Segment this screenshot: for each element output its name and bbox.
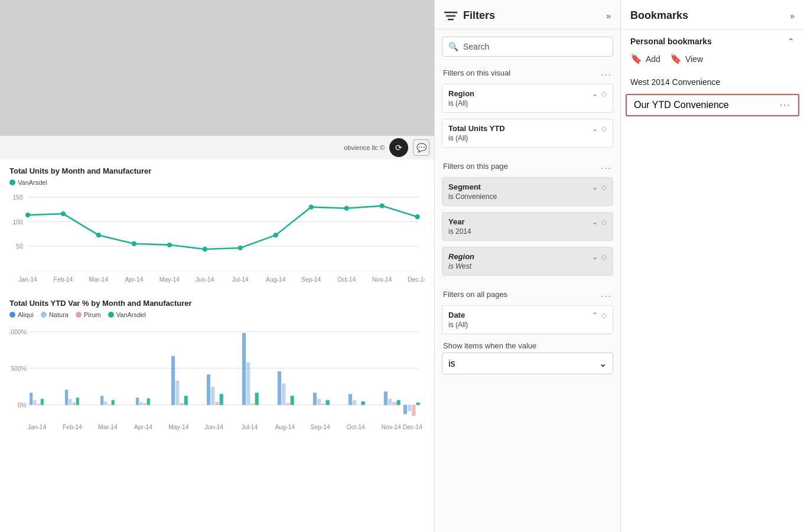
date-filter-title: Date [448,311,465,319]
svg-rect-63 [250,404,254,405]
svg-rect-65 [278,371,281,405]
search-box[interactable]: 🔍 [442,37,613,57]
svg-text:150: 150 [13,194,23,201]
svg-rect-58 [211,387,214,405]
svg-rect-74 [353,400,356,405]
view-bookmark-button[interactable]: 🔖 View [670,53,703,64]
svg-point-15 [309,205,314,210]
legend-aliqui: Aliqui [9,311,34,318]
svg-text:Jun-14: Jun-14 [196,276,214,283]
svg-text:Jul-14: Jul-14 [241,424,258,430]
svg-text:1000%: 1000% [9,329,27,335]
filters-label: Filters [463,9,495,22]
year-filter-clear[interactable]: ◇ [601,218,607,226]
svg-rect-47 [108,404,110,405]
svg-text:Jul-14: Jul-14 [232,276,249,283]
year-filter-header: Year ⌄ ◇ [448,217,607,226]
svg-rect-56 [184,396,188,405]
total-units-ytd-clear[interactable]: ◇ [601,125,607,133]
chart2-section: Total Units YTD Var % by Month and Manuf… [9,299,425,438]
svg-rect-49 [136,397,139,404]
chart-panel: obvience llc © ⟳ 💬 Total Units by Month … [0,0,434,532]
chart2-svg: 1000% 500% 0% [9,323,425,438]
chart1-title: Total Units by Month and Manufacturer [9,167,425,175]
svg-text:100: 100 [13,219,23,226]
filters-collapse-arrow[interactable]: » [606,11,611,21]
personal-bookmarks-header: Personal bookmarks ⌃ [621,30,804,51]
bookmark-west-2014-label: West 2014 Convenience [630,77,720,87]
region-page-filter-card: Region ⌄ ◇ is West [442,247,613,276]
svg-rect-71 [321,404,325,405]
filters-all-pages-dots[interactable]: ... [601,289,612,299]
brand-icon[interactable]: ⟳ [389,138,408,157]
date-filter-actions: ⌃ ◇ [592,311,607,319]
region-filter-title: Region [448,89,474,98]
bookmark-west-2014[interactable]: West 2014 Convenience [621,71,804,93]
year-filter-title: Year [448,217,464,226]
bookmark-our-ytd-more[interactable]: ··· [780,100,791,110]
chart1-svg: 150 100 50 [9,188,425,292]
add-bookmark-label: Add [646,54,660,64]
svg-point-17 [379,203,384,208]
svg-text:Jan-14: Jan-14 [18,276,37,283]
legend-dot-aliqui [9,312,15,318]
bookmarks-title: Bookmarks [630,9,688,22]
total-units-ytd-chevron[interactable]: ⌄ [592,125,598,133]
segment-filter-clear[interactable]: ◇ [601,183,607,191]
filters-all-pages-label: Filters on all pages [443,290,507,299]
year-filter-actions: ⌄ ◇ [592,218,607,226]
svg-rect-48 [112,400,115,405]
filters-on-page-dots[interactable]: ... [601,161,612,171]
region-filter-value: is (All) [448,99,607,107]
chart1-container: 150 100 50 [9,188,425,292]
total-units-ytd-filter-card: Total Units YTD ⌄ ◇ is (All) [442,119,613,148]
date-filter-card: Date ⌃ ◇ is (All) [442,305,613,334]
svg-text:Oct-14: Oct-14 [347,424,365,430]
region-filter-clear[interactable]: ◇ [601,90,607,98]
legend-label-pirum: Pirum [84,311,101,318]
total-units-ytd-actions: ⌄ ◇ [592,125,607,133]
svg-text:Sep-14: Sep-14 [311,424,331,430]
legend-dot-natura [41,312,47,318]
year-filter-chevron[interactable]: ⌄ [592,218,598,226]
region-filter-chevron[interactable]: ⌄ [592,90,598,98]
svg-text:May-14: May-14 [160,276,180,283]
date-filter-chevron[interactable]: ⌃ [592,311,598,319]
legend-pirum: Pirum [76,311,101,318]
svg-text:Feb-14: Feb-14 [54,276,73,283]
segment-filter-title: Segment [448,182,481,191]
chart1-section: Total Units by Month and Manufacturer Va… [9,167,425,292]
segment-filter-value: is Convenience [448,192,607,201]
region-page-filter-clear[interactable]: ◇ [601,253,607,261]
charts-area: Total Units by Month and Manufacturer Va… [0,159,434,532]
chat-icon[interactable]: 💬 [413,139,429,156]
svg-text:0%: 0% [18,402,27,409]
region-page-filter-chevron[interactable]: ⌄ [592,253,598,261]
filters-all-pages-header: Filters on all pages ... [435,283,620,303]
search-input[interactable] [463,42,607,51]
svg-text:500%: 500% [11,365,27,372]
svg-rect-44 [76,397,79,404]
segment-filter-chevron[interactable]: ⌄ [592,183,598,191]
svg-rect-82 [408,405,411,411]
svg-rect-81 [403,405,407,414]
chart2-container: 1000% 500% 0% [9,323,425,438]
svg-rect-76 [361,402,364,405]
svg-point-9 [96,233,101,237]
svg-point-18 [415,214,419,219]
svg-rect-57 [207,374,210,405]
is-dropdown[interactable]: is ⌄ [442,353,613,374]
personal-bookmarks-chevron[interactable]: ⌃ [787,37,795,46]
filters-title: Filters [444,9,495,22]
view-bookmark-label: View [685,54,703,64]
date-filter-clear[interactable]: ◇ [601,311,607,319]
bookmarks-collapse-arrow[interactable]: » [790,11,795,21]
svg-text:Jan-14: Jan-14 [28,424,47,430]
add-bookmark-button[interactable]: 🔖 Add [630,53,660,64]
bookmark-our-ytd[interactable]: Our YTD Convenience ··· [626,94,799,116]
filters-on-visual-dots[interactable]: ... [601,67,612,78]
svg-rect-72 [326,400,330,405]
bookmarks-panel: Bookmarks » Personal bookmarks ⌃ 🔖 Add 🔖… [620,0,804,532]
svg-rect-45 [100,396,103,405]
date-filter-header: Date ⌃ ◇ [448,311,607,319]
